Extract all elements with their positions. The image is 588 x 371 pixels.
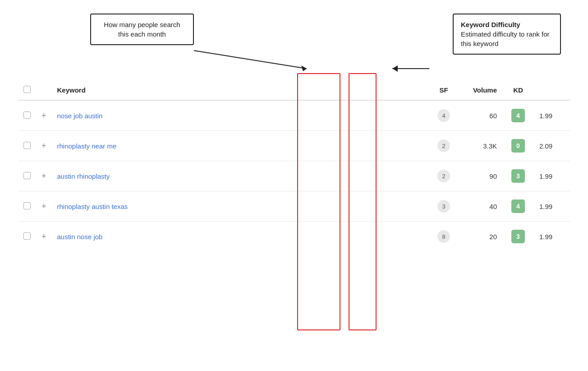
main-container: How many people search this each month K… (0, 0, 588, 260)
sf-badge: 4 (437, 109, 450, 122)
row-volume-cell: 40 (457, 191, 502, 222)
header-keyword: Keyword (52, 81, 430, 100)
row-checkbox[interactable] (23, 142, 31, 149)
kd-badge: 3 (511, 230, 525, 243)
sf-badge: 8 (437, 230, 450, 243)
add-keyword-button[interactable]: + (41, 172, 46, 181)
header-volume: Volume (457, 81, 502, 100)
row-add-cell: + (36, 222, 52, 252)
row-add-cell: + (36, 131, 52, 161)
svg-marker-3 (392, 65, 398, 72)
row-cpc-cell: 1.99 (534, 222, 570, 252)
row-keyword-cell: rhinoplasty near me (52, 131, 430, 161)
kd-badge: 4 (511, 199, 525, 213)
table-row: + nose job austin 4 60 4 1.99 (18, 100, 570, 131)
table-header-row: Keyword SF Volume KD (18, 81, 570, 100)
row-kd-cell: 4 (502, 191, 534, 222)
keyword-link[interactable]: austin nose job (57, 233, 103, 241)
row-checkbox[interactable] (23, 202, 31, 209)
row-kd-cell: 3 (502, 222, 534, 252)
row-checkbox-cell (18, 191, 36, 222)
row-keyword-cell: nose job austin (52, 100, 430, 131)
row-cpc-cell: 1.99 (534, 161, 570, 191)
row-kd-cell: 0 (502, 131, 534, 161)
table-row: + rhinoplasty near me 2 3.3K 0 2.09 (18, 131, 570, 161)
row-volume-cell: 3.3K (457, 131, 502, 161)
keyword-link[interactable]: rhinoplasty austin texas (57, 203, 128, 210)
row-volume-cell: 20 (457, 222, 502, 252)
row-cpc-cell: 2.09 (534, 131, 570, 161)
row-checkbox[interactable] (23, 172, 31, 179)
row-add-cell: + (36, 161, 52, 191)
volume-tooltip: How many people search this each month (90, 14, 194, 45)
header-add-col (36, 81, 52, 100)
keyword-link[interactable]: nose job austin (57, 112, 103, 120)
row-sf-cell: 8 (430, 222, 457, 252)
table-row: + austin nose job 8 20 3 1.99 (18, 222, 570, 252)
kd-badge: 4 (511, 109, 525, 122)
row-checkbox-cell (18, 131, 36, 161)
header-checkbox[interactable] (23, 86, 31, 93)
add-keyword-button[interactable]: + (41, 111, 46, 120)
row-add-cell: + (36, 191, 52, 222)
row-keyword-cell: austin rhinoplasty (52, 161, 430, 191)
row-keyword-cell: rhinoplasty austin texas (52, 191, 430, 222)
row-volume-cell: 90 (457, 161, 502, 191)
header-kd: KD (502, 81, 534, 100)
header-cpc (534, 81, 570, 100)
sf-badge: 2 (437, 139, 450, 152)
kd-badge: 3 (511, 169, 525, 183)
table-body: + nose job austin 4 60 4 1.99 + rhinopla… (18, 100, 570, 251)
sf-badge: 2 (437, 170, 450, 182)
row-sf-cell: 2 (430, 161, 457, 191)
row-checkbox[interactable] (23, 111, 31, 119)
row-kd-cell: 3 (502, 161, 534, 191)
kd-badge: 0 (511, 139, 525, 153)
svg-line-0 (194, 51, 307, 69)
kd-tooltip-title: Keyword Difficulty (461, 21, 520, 28)
add-keyword-button[interactable]: + (41, 202, 46, 211)
kd-tooltip: Keyword Difficulty Estimated difficulty … (453, 14, 561, 55)
row-volume-cell: 60 (457, 100, 502, 131)
table-row: + rhinoplasty austin texas 3 40 4 1.99 (18, 191, 570, 222)
row-checkbox-cell (18, 161, 36, 191)
header-sf: SF (430, 81, 457, 100)
row-sf-cell: 3 (430, 191, 457, 222)
row-checkbox-cell (18, 100, 36, 131)
keyword-table: Keyword SF Volume KD + nose job austin 4… (18, 81, 570, 251)
row-keyword-cell: austin nose job (52, 222, 430, 252)
add-keyword-button[interactable]: + (41, 141, 46, 150)
header-checkbox-col (18, 81, 36, 100)
table-row: + austin rhinoplasty 2 90 3 1.99 (18, 161, 570, 191)
svg-marker-1 (301, 65, 307, 71)
kd-tooltip-subtitle: Estimated difficulty to rank for this ke… (461, 30, 549, 47)
row-cpc-cell: 1.99 (534, 191, 570, 222)
row-cpc-cell: 1.99 (534, 100, 570, 131)
row-kd-cell: 4 (502, 100, 534, 131)
row-sf-cell: 2 (430, 131, 457, 161)
row-checkbox[interactable] (23, 232, 31, 240)
row-checkbox-cell (18, 222, 36, 252)
keyword-link[interactable]: austin rhinoplasty (57, 172, 110, 180)
keyword-link[interactable]: rhinoplasty near me (57, 142, 117, 150)
row-add-cell: + (36, 100, 52, 131)
sf-badge: 3 (437, 200, 450, 213)
row-sf-cell: 4 (430, 100, 457, 131)
add-keyword-button[interactable]: + (41, 232, 46, 241)
volume-tooltip-text: How many people search this each month (104, 21, 180, 38)
